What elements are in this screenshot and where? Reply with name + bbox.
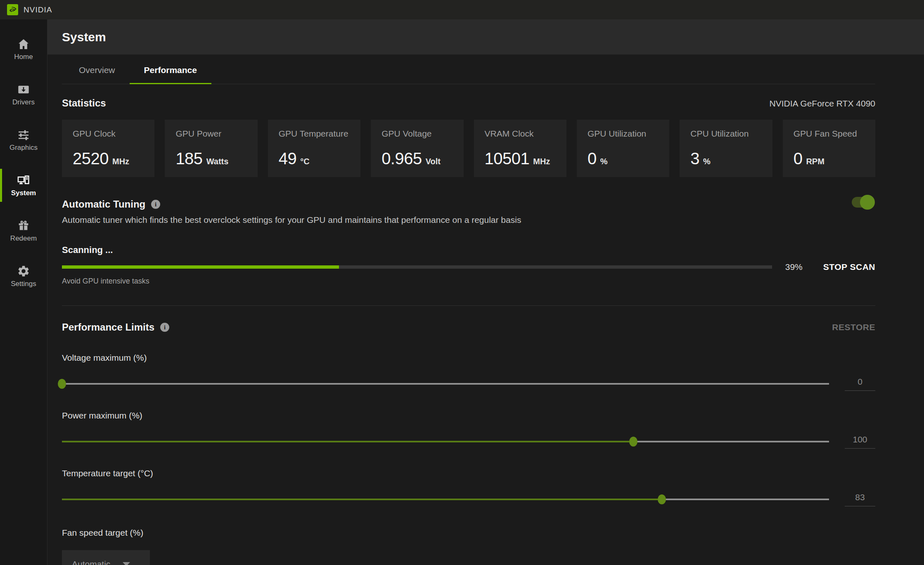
stat-unit: Volt [426, 157, 441, 166]
slider-knob[interactable] [658, 494, 666, 504]
toggle-knob [860, 195, 875, 210]
slider-knob[interactable] [629, 437, 637, 447]
stat-unit: % [703, 157, 711, 166]
stat-unit: MHz [533, 157, 550, 166]
chevron-down-icon [123, 562, 130, 565]
slider-fill [62, 441, 633, 442]
sidebar-item-drivers[interactable]: Drivers [0, 77, 47, 112]
temperature-target-value[interactable]: 83 [845, 492, 875, 506]
stat-unit: % [600, 157, 608, 166]
scan-progress-bar [62, 265, 772, 269]
stat-value: 10501 [485, 149, 530, 168]
sidebar-item-label: Home [14, 53, 33, 61]
sidebar-item-label: System [11, 189, 36, 197]
stat-card-vram-clock: VRAM Clock 10501MHz [474, 120, 566, 177]
gift-icon [17, 219, 30, 232]
automatic-tuning-title: Automatic Tuning [62, 199, 145, 210]
fan-speed-dropdown-value: Automatic [72, 559, 110, 565]
statistics-title: Statistics [62, 97, 106, 109]
gpu-name: NVIDIA GeForce RTX 4090 [770, 99, 875, 109]
stat-card-gpu-fan-speed: GPU Fan Speed 0RPM [783, 120, 875, 177]
stat-unit: MHz [112, 157, 129, 166]
voltage-maximum-slider[interactable] [62, 383, 829, 385]
sidebar-item-system[interactable]: System [0, 168, 47, 203]
stat-cards: GPU Clock 2520MHz GPU Power 185Watts GPU… [62, 120, 875, 177]
info-icon[interactable]: i [160, 323, 169, 332]
scan-hint: Avoid GPU intensive tasks [62, 277, 875, 286]
temperature-target-group: Temperature target (°C) 83 [62, 468, 875, 506]
tune-sliders-icon [17, 128, 30, 142]
tab-overview[interactable]: Overview [64, 54, 130, 84]
system-performance-page: Overview Performance Statistics NVIDIA G… [47, 54, 924, 565]
stat-card-gpu-temperature: GPU Temperature 49°C [268, 120, 360, 177]
temperature-target-slider[interactable] [62, 499, 829, 500]
sidebar-item-redeem[interactable]: Redeem [0, 213, 47, 248]
home-icon [17, 38, 30, 51]
slider-label: Temperature target (°C) [62, 468, 875, 478]
stat-unit: Watts [206, 157, 229, 166]
stat-value: 185 [175, 149, 202, 168]
power-maximum-slider[interactable] [62, 441, 829, 442]
stat-value: 0.965 [381, 149, 422, 168]
sidebar-item-label: Settings [11, 280, 36, 288]
stop-scan-button[interactable]: STOP SCAN [823, 262, 875, 272]
performance-limits-title: Performance Limits [62, 322, 154, 333]
nvidia-app-window: NVIDIA Home Drivers [0, 0, 924, 565]
slider-fill [62, 499, 662, 500]
page-title: System [62, 30, 106, 44]
nvidia-logo-icon [7, 4, 18, 15]
stat-card-gpu-utilization: GPU Utilization 0% [577, 120, 669, 177]
slider-knob[interactable] [58, 379, 66, 389]
download-box-icon [17, 83, 30, 96]
tab-bar: Overview Performance [62, 54, 875, 84]
info-icon[interactable]: i [151, 200, 160, 209]
voltage-maximum-group: Voltage maximum (%) 0 [62, 353, 875, 391]
stat-card-cpu-utilization: CPU Utilization 3% [680, 120, 772, 177]
app-title: NVIDIA [24, 5, 52, 14]
section-divider [62, 305, 875, 306]
scan-progress-fill [62, 265, 339, 269]
stat-value: 0 [588, 149, 597, 168]
slider-label: Power maximum (%) [62, 411, 875, 421]
fan-speed-target-group: Fan speed target (%) Automatic [62, 528, 875, 565]
stat-unit: RPM [806, 157, 824, 166]
fan-speed-dropdown[interactable]: Automatic [62, 550, 150, 565]
fan-speed-target-label: Fan speed target (%) [62, 528, 875, 538]
restore-button[interactable]: RESTORE [832, 322, 875, 332]
power-maximum-value[interactable]: 100 [845, 435, 875, 449]
auto-tuning-toggle[interactable] [852, 197, 874, 208]
scan-progress-percent: 39% [784, 262, 803, 272]
stat-unit: °C [300, 157, 309, 166]
stat-card-gpu-power: GPU Power 185Watts [165, 120, 257, 177]
sidebar-item-settings[interactable]: Settings [0, 259, 47, 293]
stat-value: 49 [279, 149, 297, 168]
sidebar-nav: Home Drivers [0, 19, 47, 565]
stat-card-gpu-clock: GPU Clock 2520MHz [62, 120, 154, 177]
stat-value: 2520 [73, 149, 109, 168]
voltage-maximum-value[interactable]: 0 [845, 377, 875, 391]
scan-status: Scanning ... [62, 245, 875, 255]
power-maximum-group: Power maximum (%) 100 [62, 411, 875, 449]
stat-card-gpu-voltage: GPU Voltage 0.965Volt [371, 120, 463, 177]
sidebar-item-label: Redeem [10, 234, 37, 243]
sidebar-item-home[interactable]: Home [0, 32, 47, 66]
slider-label: Voltage maximum (%) [62, 353, 875, 363]
sidebar-item-label: Graphics [9, 144, 38, 152]
automatic-tuning-description: Automatic tuner which finds the best ove… [62, 215, 875, 225]
sidebar-item-graphics[interactable]: Graphics [0, 123, 47, 157]
titlebar: NVIDIA [0, 0, 924, 19]
tab-performance[interactable]: Performance [130, 54, 211, 84]
system-computer-icon [17, 174, 30, 187]
stat-value: 0 [794, 149, 803, 168]
page-header: System [47, 19, 924, 54]
gear-icon [17, 265, 30, 278]
sidebar-item-label: Drivers [12, 98, 35, 106]
stat-value: 3 [690, 149, 699, 168]
